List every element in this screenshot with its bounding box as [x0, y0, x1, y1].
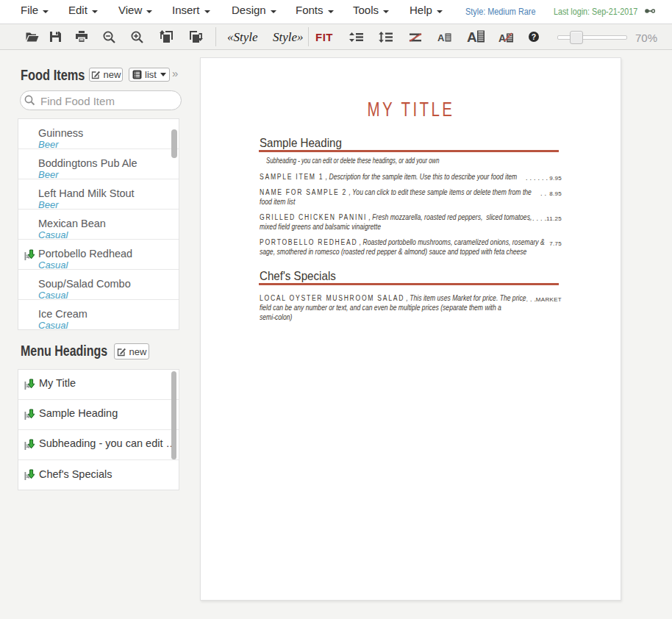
svg-text:A: A [437, 33, 445, 42]
svg-text:?: ? [532, 32, 536, 41]
svg-text:A: A [467, 30, 477, 43]
